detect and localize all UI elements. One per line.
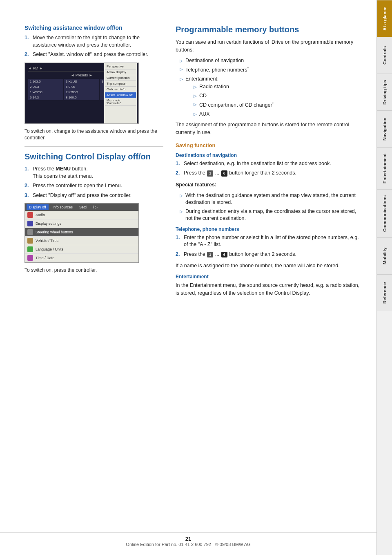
section-assistance-window: Switching assistance window off/on 1. Mo… — [24, 25, 163, 141]
destinations-steps: 1. Select destination, e.g. in the desti… — [176, 160, 360, 177]
control-display-heading: Switching Control Display off/on — [24, 152, 163, 161]
feature-entertainment: Entertainment: — [176, 76, 360, 83]
display-caption: To switch on, press the controller. — [24, 267, 163, 274]
dest-step-1: 1. Select destination, e.g. in the desti… — [176, 160, 360, 168]
radio-header-left: ◄ FM ► — [28, 66, 43, 70]
menu-assist-window-off: Assist. window off — [105, 92, 136, 98]
menu-map-mode: Map mode 'Commuter' — [105, 98, 136, 106]
display-tab-setti: Setti — [77, 204, 89, 210]
sidebar-tab-communications[interactable]: Communications — [377, 189, 392, 237]
sidebar-tab-entertainment[interactable]: Entertainment — [377, 147, 392, 189]
special-features-list: With the destination guidance system and… — [176, 192, 360, 222]
menu-trip-computer: Trip computer — [105, 81, 136, 87]
divider-1 — [24, 146, 163, 147]
feature-cd-changer: CD compartment of CD changer* — [182, 101, 360, 109]
menu-display-settings: Display settings — [25, 219, 138, 228]
display-tab-i: i ▷ — [91, 204, 100, 210]
destinations-heading: Destinations of navigation — [176, 152, 360, 158]
telephone-steps: 1. Enter the phone number or select it i… — [176, 234, 360, 258]
menu-audio: Audio — [25, 211, 138, 219]
button-6: 6 — [221, 170, 227, 177]
assignment-note: The assignment of the programmable butto… — [176, 121, 360, 137]
section-control-display: Switching Control Display off/on 1. Pres… — [24, 152, 163, 274]
cd-step-3: 3. Select "Display off" and press the co… — [24, 192, 163, 199]
tel-step-2: 2. Press the 1 ... 6 button longer than … — [176, 251, 360, 258]
assistance-caption: To switch on, change to the assistance w… — [24, 128, 163, 142]
step-2: 2. Select "Assist. window off" and press… — [24, 51, 163, 58]
tel-step-1: 1. Enter the phone number or select it i… — [176, 234, 360, 248]
display-tab-info: Info sources — [50, 204, 75, 210]
sidebar-tab-navigation[interactable]: Navigation — [377, 110, 392, 147]
menu-vehicle-tires: Vehicle / Tires — [25, 237, 138, 245]
cd-step-1: 1. Press the MENU button.This opens the … — [24, 166, 163, 180]
menu-onboard-info: Onboard info — [105, 87, 136, 92]
sidebar-tab-controls[interactable]: Controls — [377, 37, 392, 74]
tel-button-1: 1 — [207, 252, 213, 258]
vehicle-icon — [27, 238, 33, 244]
sidebar-tabs: At a glance Controls Driving tips Naviga… — [376, 0, 392, 555]
features-list: Destinations of navigation Telephone, ph… — [176, 57, 360, 83]
radio-screen-image: ◄ FM ► • ◄ Presets ► 1 103.5 3 KLUS 9 — [24, 63, 139, 124]
button-1: 1 — [207, 170, 213, 177]
feature-aux: AUX — [182, 111, 360, 118]
special-feature-1: With the destination guidance system and… — [176, 192, 360, 206]
entertainment-text: In the Entertainment menu, the sound sou… — [176, 282, 360, 297]
programmable-memory-heading: Programmable memory buttons — [176, 25, 360, 34]
display-icon — [27, 221, 33, 226]
display-tab-off: Display off — [27, 204, 49, 210]
menu-time-date: Time / Date — [25, 254, 138, 262]
special-features-label: Special features: — [176, 181, 360, 189]
menu-arrow-display: Arrow display — [105, 69, 136, 75]
cd-step-2: 2. Press the controller to open the i me… — [24, 182, 163, 190]
assistance-steps: 1. Move the controller to the right to c… — [24, 34, 163, 58]
page-number: 21 — [185, 536, 191, 542]
feature-destinations: Destinations of navigation — [176, 57, 360, 65]
sidebar-tab-reference[interactable]: Reference — [377, 274, 392, 311]
feature-radio: Radio station — [182, 83, 360, 91]
page-footer: 21 Online Edition for Part no. 01 41 2 6… — [0, 532, 376, 547]
telephone-heading: Telephone, phone numbers — [176, 226, 360, 232]
footer-copyright: Online Edition for Part no. 01 41 2 600 … — [126, 542, 250, 547]
time-icon — [27, 255, 33, 261]
menu-perspective: Perspective — [105, 64, 136, 69]
assistance-heading: Switching assistance window off/on — [24, 25, 163, 31]
steering-icon — [27, 229, 33, 235]
entertainment-heading: Entertainment — [176, 274, 360, 280]
saving-function-section: Saving function Destinations of navigati… — [176, 142, 360, 297]
control-display-steps: 1. Press the MENU button.This opens the … — [24, 166, 163, 199]
sidebar-tab-driving-tips[interactable]: Driving tips — [377, 74, 392, 110]
display-menu: Audio Display settings Steering wheel bu… — [25, 211, 138, 262]
saving-function-heading: Saving function — [176, 142, 360, 148]
telephone-note: If a name is assigned to the phone numbe… — [176, 262, 360, 270]
step-1: 1. Move the controller to the right to c… — [24, 34, 163, 49]
menu-language-units: Language / Units — [25, 245, 138, 254]
special-feature-2: During destination entry via a map, the … — [176, 208, 360, 222]
language-icon — [27, 246, 33, 252]
right-column: Programmable memory buttons You can save… — [176, 25, 360, 539]
feature-cd: CD — [182, 92, 360, 100]
audio-icon — [27, 212, 33, 218]
display-header: Display off Info sources Setti i ▷ — [25, 204, 138, 211]
entertainment-sub-list: Radio station CD CD compartment of CD ch… — [182, 83, 360, 118]
sidebar-tab-mobility[interactable]: Mobility — [377, 237, 392, 274]
tel-button-6: 6 — [221, 252, 227, 258]
menu-steering-wheel: Steering wheel buttons — [25, 228, 138, 237]
left-column: Switching assistance window off/on 1. Mo… — [24, 25, 163, 539]
menu-current-position: Current position — [105, 75, 136, 81]
sidebar-tab-at-a-glance[interactable]: At a glance — [377, 0, 392, 37]
dest-step-2: 2. Press the 1 ... 6 button longer than … — [176, 170, 360, 177]
programmable-intro: You can save and run certain functions o… — [176, 38, 360, 54]
display-off-screen: Display off Info sources Setti i ▷ Audio… — [24, 203, 139, 263]
radio-context-menu: Perspective Arrow display Current positi… — [104, 63, 137, 123]
feature-telephone: Telephone, phone numbers* — [176, 66, 360, 74]
